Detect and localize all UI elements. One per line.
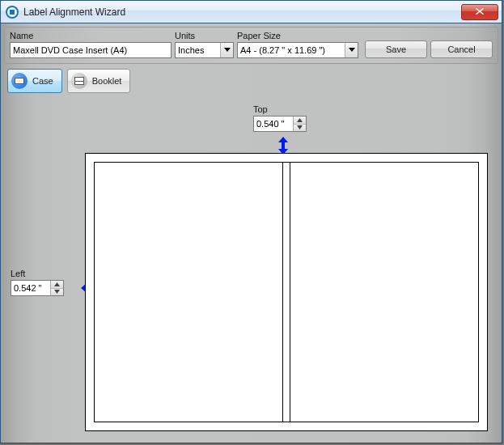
preview-area: Top 0.540 " Left 0.542 " xyxy=(1,104,502,443)
paper-size-field: Paper Size A4 - (8.27 " x 11.69 ") xyxy=(237,31,358,58)
chevron-up-icon[interactable] xyxy=(294,117,306,125)
chevron-down-icon[interactable] xyxy=(51,289,63,296)
units-select[interactable]: Inches xyxy=(175,42,234,58)
units-label: Units xyxy=(175,31,234,40)
cancel-label: Cancel xyxy=(447,44,475,54)
spin-arrows xyxy=(50,281,63,295)
paper-size-label: Paper Size xyxy=(237,31,358,40)
cancel-button[interactable]: Cancel xyxy=(430,40,493,58)
units-value: Inches xyxy=(178,45,220,55)
chevron-down-icon[interactable] xyxy=(294,125,306,132)
page-preview xyxy=(85,153,488,431)
save-button[interactable]: Save xyxy=(365,40,427,58)
case-icon xyxy=(11,73,28,89)
body: Name Units Inches Paper Size A4 - (8.27 … xyxy=(1,23,502,443)
left-margin-group: Left 0.542 " xyxy=(11,269,64,296)
chevron-up-icon[interactable] xyxy=(51,281,63,289)
close-icon xyxy=(476,7,484,16)
config-row: Name Units Inches Paper Size A4 - (8.27 … xyxy=(4,27,498,64)
left-margin-label: Left xyxy=(11,269,25,278)
top-margin-label: Top xyxy=(253,104,268,114)
booklet-icon xyxy=(71,73,87,89)
window-title: Label Alignment Wizard xyxy=(23,6,125,18)
tab-case-label: Case xyxy=(32,76,53,86)
label-spine xyxy=(282,163,290,422)
top-margin-stepper[interactable]: 0.540 " xyxy=(253,116,307,132)
paper-size-select[interactable]: A4 - (8.27 " x 11.69 ") xyxy=(237,42,358,58)
name-label: Name xyxy=(10,31,172,40)
units-field: Units Inches xyxy=(175,31,234,58)
name-field: Name xyxy=(10,31,172,58)
chevron-down-icon xyxy=(345,43,358,57)
tabs: Case Booklet xyxy=(7,69,498,93)
chevron-down-icon xyxy=(220,43,233,57)
top-margin-group: Top 0.540 " xyxy=(253,104,307,132)
label-outline xyxy=(94,162,479,422)
window: Label Alignment Wizard Name Units Inches xyxy=(0,0,502,443)
tab-case[interactable]: Case xyxy=(7,69,62,93)
left-margin-value: 0.542 " xyxy=(11,283,50,293)
left-margin-stepper[interactable]: 0.542 " xyxy=(11,280,64,296)
spin-arrows xyxy=(293,117,306,131)
tab-booklet[interactable]: Booklet xyxy=(67,69,131,93)
paper-size-value: A4 - (8.27 " x 11.69 ") xyxy=(240,45,345,55)
titlebar[interactable]: Label Alignment Wizard xyxy=(1,1,502,23)
tab-booklet-label: Booklet xyxy=(92,76,122,86)
close-button[interactable] xyxy=(461,4,498,20)
app-icon xyxy=(6,6,19,19)
top-margin-value: 0.540 " xyxy=(254,119,293,129)
name-input[interactable] xyxy=(10,42,172,58)
save-label: Save xyxy=(386,44,406,54)
